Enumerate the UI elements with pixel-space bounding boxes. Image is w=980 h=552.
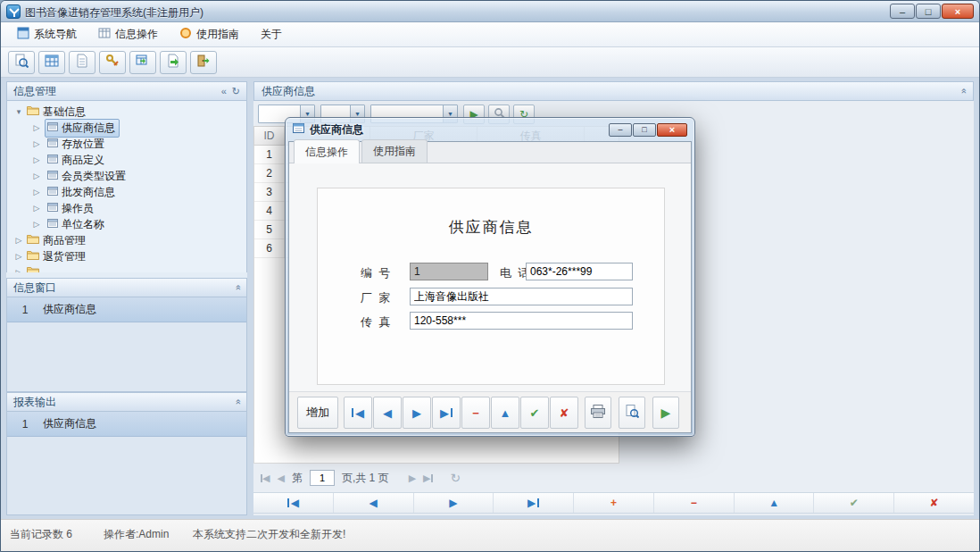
- add-button[interactable]: 增加: [297, 397, 338, 429]
- next-page-icon[interactable]: ▶: [409, 473, 416, 484]
- search-toolbar-button[interactable]: [8, 51, 35, 74]
- tree-item-label: 供应商信息: [62, 121, 115, 136]
- tree-expand-closed-icon[interactable]: ▷: [14, 268, 23, 272]
- tree-expand-closed-icon[interactable]: ▷: [32, 155, 41, 164]
- tree-item-member-type[interactable]: ▷ 会员类型设置: [7, 168, 246, 184]
- dialog-maximize-button[interactable]: □: [633, 123, 656, 137]
- last-page-icon[interactable]: ▶: [423, 473, 432, 484]
- nav-next-button[interactable]: ▶: [414, 493, 494, 513]
- edit-button[interactable]: ▲: [491, 397, 519, 429]
- nav-first-button[interactable]: ◀: [344, 397, 372, 429]
- dialog-minimize-button[interactable]: –: [609, 123, 632, 137]
- first-page-icon[interactable]: ◀: [261, 473, 270, 484]
- tree-expand-closed-icon[interactable]: ▷: [32, 188, 41, 197]
- delete-button[interactable]: −: [461, 397, 490, 429]
- menu-item-system-nav[interactable]: 系统导航: [8, 23, 86, 46]
- collapse-chevron-icon[interactable]: »: [232, 399, 243, 405]
- last-icon: ▶: [527, 497, 536, 509]
- nav-last-button[interactable]: ▶: [432, 397, 461, 429]
- document-toolbar-button[interactable]: [69, 51, 96, 74]
- phone-field[interactable]: [526, 263, 633, 280]
- tree-expand-closed-icon[interactable]: ▷: [32, 171, 41, 180]
- fax-field[interactable]: [410, 312, 633, 330]
- tree-item-unit-name[interactable]: ▷ 单位名称: [7, 216, 246, 232]
- run-button[interactable]: ▶: [652, 397, 679, 429]
- tree-expand-open-icon[interactable]: ▾: [14, 107, 23, 116]
- form-icon: [47, 121, 58, 135]
- check-icon: ✔: [530, 406, 540, 420]
- close-button[interactable]: ×: [942, 4, 974, 19]
- report-list-item[interactable]: 1 供应商信息: [7, 412, 246, 437]
- tree-expand-closed-icon[interactable]: ▷: [32, 123, 41, 132]
- table-export-toolbar-button[interactable]: [129, 51, 156, 74]
- page-input[interactable]: [310, 470, 335, 486]
- tab-info-operation[interactable]: 信息操作: [294, 139, 360, 163]
- confirm-button[interactable]: ✔: [520, 397, 549, 429]
- print-button[interactable]: [585, 397, 611, 429]
- tree-item-label: 操作员: [62, 201, 94, 216]
- tree-item-partial[interactable]: ▷: [7, 264, 246, 272]
- window-list-item[interactable]: 1 供应商信息: [7, 297, 246, 322]
- nav-last-button[interactable]: ▶: [494, 493, 574, 513]
- collapse-left-icon[interactable]: «: [221, 86, 227, 96]
- grid-column-id[interactable]: ID: [254, 127, 285, 145]
- menu-item-guide[interactable]: 使用指南: [170, 23, 248, 46]
- report-output-panel-header[interactable]: 报表输出 »: [6, 392, 247, 412]
- export-toolbar-button[interactable]: [160, 51, 187, 74]
- tools-toolbar-button[interactable]: [99, 51, 126, 74]
- edit-icon: ▲: [768, 497, 779, 509]
- tree-item-operator[interactable]: ▷ 操作员: [7, 200, 246, 216]
- form-icon: [47, 170, 58, 183]
- tree-item-base-info[interactable]: ▾ 基础信息: [7, 104, 246, 120]
- tree-item-product-definition[interactable]: ▷ 商品定义: [7, 152, 246, 168]
- window-title: 图书音像进销存管理系统(非注册用户): [25, 5, 203, 21]
- maximize-button[interactable]: □: [916, 4, 941, 19]
- close-icon: ×: [955, 6, 960, 17]
- dialog-close-button[interactable]: ×: [657, 123, 687, 137]
- menu-item-about[interactable]: 关于: [252, 23, 291, 46]
- delete-record-button[interactable]: −: [654, 493, 735, 513]
- guide-icon: [179, 27, 192, 42]
- nav-prev-button[interactable]: ◀: [334, 493, 414, 513]
- cancel-button[interactable]: ✘: [550, 397, 578, 429]
- collapse-chevron-icon[interactable]: »: [958, 88, 968, 94]
- tree-expand-closed-icon[interactable]: ▷: [32, 220, 41, 229]
- tree-expand-closed-icon[interactable]: ▷: [32, 204, 41, 213]
- nav-prev-button[interactable]: ◀: [373, 397, 402, 429]
- dialog-title: 供应商信息: [310, 122, 363, 138]
- minimize-button[interactable]: –: [890, 4, 915, 19]
- tree-item-wholesaler-info[interactable]: ▷ 批发商信息: [7, 184, 246, 200]
- page-label-prefix: 第: [292, 471, 303, 486]
- collapse-chevron-icon[interactable]: »: [232, 285, 243, 290]
- tree-item-supplier-info[interactable]: ▷ 供应商信息: [7, 120, 246, 136]
- tab-user-guide[interactable]: 使用指南: [361, 139, 428, 163]
- cancel-record-button[interactable]: ✘: [894, 493, 974, 513]
- exit-toolbar-button[interactable]: [190, 51, 217, 74]
- menu-item-info-ops[interactable]: 信息操作: [89, 23, 167, 46]
- tree-expand-closed-icon[interactable]: ▷: [32, 139, 41, 148]
- refresh-icon[interactable]: ↻: [232, 86, 240, 97]
- report-item-index: 1: [7, 418, 43, 431]
- edit-record-button[interactable]: ▲: [735, 493, 815, 513]
- tree-expand-closed-icon[interactable]: ▷: [14, 252, 23, 261]
- preview-button[interactable]: [619, 397, 645, 429]
- nav-next-button[interactable]: ▶: [403, 397, 431, 429]
- check-icon: ✔: [850, 497, 859, 509]
- info-window-panel-header[interactable]: 信息窗口 »: [6, 278, 247, 297]
- confirm-record-button[interactable]: ✔: [814, 493, 894, 513]
- refresh-page-icon[interactable]: ↻: [451, 471, 461, 485]
- tree-item-return-management[interactable]: ▷ 退货管理: [7, 248, 246, 264]
- grid-toolbar-button[interactable]: [38, 51, 65, 74]
- maker-field[interactable]: [410, 288, 633, 305]
- tree-expand-closed-icon[interactable]: ▷: [14, 236, 23, 245]
- preview-icon: [626, 405, 639, 421]
- info-management-panel-header[interactable]: 信息管理 « ↻: [6, 81, 247, 101]
- nav-first-button[interactable]: ◀: [253, 493, 334, 513]
- row-id: 3: [254, 183, 285, 201]
- dialog-button-row: 增加 ◀ ◀ ▶ ▶ − ▲ ✔ ✘ ▶: [289, 391, 691, 432]
- add-record-button[interactable]: +: [574, 493, 654, 513]
- prev-page-icon[interactable]: ◀: [277, 473, 284, 484]
- tree-item-storage-location[interactable]: ▷ 存放位置: [7, 136, 246, 152]
- tree-item-product-management[interactable]: ▷ 商品管理: [7, 232, 246, 248]
- report-output-panel-body: 1 供应商信息: [6, 412, 247, 515]
